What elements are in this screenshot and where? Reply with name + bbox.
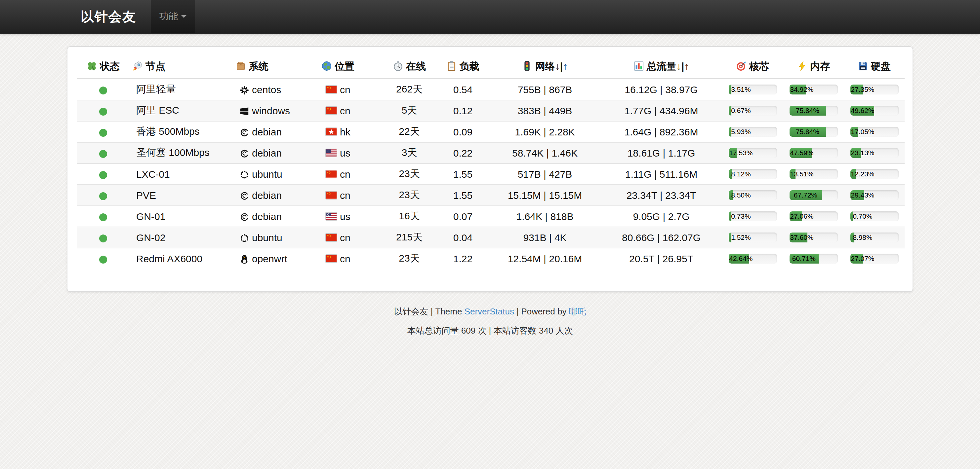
status-online-dot bbox=[99, 213, 107, 221]
uptime: 23天 bbox=[382, 184, 436, 206]
os-cell: ubuntu bbox=[233, 227, 319, 248]
uptime: 23天 bbox=[382, 248, 436, 269]
node-name: GN-01 bbox=[130, 206, 233, 227]
os-cell: ubuntu bbox=[233, 163, 319, 184]
node-name: 香港 500Mbps bbox=[130, 121, 233, 142]
globe-icon bbox=[321, 61, 332, 71]
debian-icon bbox=[239, 127, 249, 137]
node-name: GN-02 bbox=[130, 227, 233, 248]
node-name: LXC-01 bbox=[130, 163, 233, 184]
disk-percent-label: 17.05% bbox=[850, 127, 875, 136]
server-row[interactable]: GN-01debianus16天0.071.64K | 818B9.05G | … bbox=[77, 206, 905, 227]
network-speed: 1.69K | 2.28K bbox=[489, 121, 600, 142]
location-cell: cn bbox=[319, 227, 382, 248]
uptime: 16天 bbox=[382, 206, 436, 227]
ram-percent-label: 75.84% bbox=[789, 127, 826, 136]
disk-percent-label: 0.70% bbox=[850, 211, 875, 221]
status-online-dot bbox=[99, 192, 107, 200]
load: 0.07 bbox=[436, 206, 489, 227]
server-row[interactable]: PVEdebiancn23天1.5515.15M | 15.15M23.34T … bbox=[77, 184, 905, 206]
flag-cn-icon bbox=[325, 170, 337, 178]
server-row[interactable]: 圣何塞 100Mbpsdebianus3天0.2258.74K | 1.46K1… bbox=[77, 142, 905, 163]
uptime: 215天 bbox=[382, 227, 436, 248]
server-row[interactable]: Redmi AX6000openwrtcn23天1.2212.54M | 20.… bbox=[77, 248, 905, 269]
os-cell: centos bbox=[233, 78, 319, 100]
servers-table: 状态节点系统位置在线负载网络↓|↑总流量↓|↑核芯内存硬盘 阿里轻量centos… bbox=[77, 56, 905, 269]
node-name: 圣何塞 100Mbps bbox=[130, 142, 233, 163]
cpu-percent-label: 42.64% bbox=[729, 254, 754, 263]
flag-us-icon bbox=[325, 212, 337, 221]
location-cell: us bbox=[319, 142, 382, 163]
network-speed: 517B | 427B bbox=[489, 163, 600, 184]
location-code: cn bbox=[340, 168, 350, 179]
cpu-percent-label: 8.12% bbox=[729, 169, 754, 179]
ubuntu-icon bbox=[239, 233, 249, 243]
disk-progress-bar: 17.05% bbox=[850, 127, 898, 136]
node-name: 阿里 ESC bbox=[130, 100, 233, 121]
total-traffic: 1.64G | 892.36M bbox=[600, 121, 722, 142]
disk-percent-label: 49.62% bbox=[850, 105, 875, 115]
total-traffic: 1.11G | 511.16M bbox=[600, 163, 722, 184]
disk-progress-bar: 27.07% bbox=[850, 254, 898, 263]
ram-progress-bar: 75.84% bbox=[789, 105, 837, 115]
location-code: cn bbox=[340, 231, 350, 243]
disk-percent-label: 29.43% bbox=[850, 190, 875, 200]
ram-progress-bar: 27.06% bbox=[789, 211, 837, 221]
cpu-percent-label: 0.67% bbox=[729, 105, 754, 115]
location-code: hk bbox=[340, 126, 350, 137]
ram-progress-bar: 67.72% bbox=[789, 190, 837, 200]
disk-percent-label: 27.07% bbox=[850, 254, 875, 263]
cpu-progress-bar: 5.93% bbox=[729, 127, 777, 136]
server-row[interactable]: 阿里 ESCwindowscn5天0.12383B | 449B1.77G | … bbox=[77, 100, 905, 121]
footer-credits: 以针会友 | Theme ServerStatus | Powered by 哪… bbox=[0, 306, 980, 317]
server-row[interactable]: 阿里轻量centoscn262天0.54755B | 867B16.12G | … bbox=[77, 78, 905, 100]
clover-icon bbox=[87, 61, 97, 71]
server-row[interactable]: 香港 500Mbpsdebianhk22天0.091.69K | 2.28K1.… bbox=[77, 121, 905, 142]
location-code: cn bbox=[340, 105, 350, 116]
theme-link[interactable]: ServerStatus bbox=[465, 306, 514, 316]
disk-progress-bar: 8.98% bbox=[850, 232, 898, 242]
brand-title[interactable]: 以针会友 bbox=[81, 0, 136, 33]
os-name: debian bbox=[252, 147, 282, 158]
node-name: Redmi AX6000 bbox=[130, 248, 233, 269]
visit-stats: 本站总访问量 609 次 | 本站访客数 340 人次 bbox=[0, 325, 980, 337]
nav-menu-label: 功能 bbox=[159, 11, 178, 22]
os-name: debian bbox=[252, 189, 282, 200]
column-header-node: 节点 bbox=[130, 56, 233, 78]
os-cell: debian bbox=[233, 142, 319, 163]
powered-by-link[interactable]: 哪吒 bbox=[569, 306, 586, 316]
disk-progress-bar: 0.70% bbox=[850, 211, 898, 221]
server-row[interactable]: GN-02ubuntucn215天0.04931B | 4K80.66G | 1… bbox=[77, 227, 905, 248]
os-cell: debian bbox=[233, 121, 319, 142]
main-content: 状态节点系统位置在线负载网络↓|↑总流量↓|↑核芯内存硬盘 阿里轻量centos… bbox=[0, 46, 980, 337]
status-online-dot bbox=[99, 255, 107, 263]
status-online-dot bbox=[99, 234, 107, 242]
cpu-progress-bar: 17.53% bbox=[729, 147, 777, 158]
debian-icon bbox=[239, 212, 249, 222]
footer: 以针会友 | Theme ServerStatus | Powered by 哪… bbox=[0, 306, 980, 337]
disk-progress-bar: 49.62% bbox=[850, 105, 898, 115]
os-name: windows bbox=[252, 105, 290, 116]
caret-down-icon bbox=[181, 15, 186, 18]
flag-us-icon bbox=[325, 149, 337, 157]
navbar-container: 以针会友 功能 bbox=[0, 0, 195, 33]
os-name: ubuntu bbox=[252, 168, 282, 179]
uptime: 23天 bbox=[382, 163, 436, 184]
status-online-dot bbox=[99, 150, 107, 158]
load: 1.22 bbox=[436, 248, 489, 269]
ram-percent-label: 34.92% bbox=[789, 84, 815, 94]
server-row[interactable]: LXC-01ubuntucn23天1.55517B | 427B1.11G | … bbox=[77, 163, 905, 184]
flag-cn-icon bbox=[325, 85, 337, 94]
network-speed: 383B | 449B bbox=[489, 100, 600, 121]
nav-menu-features[interactable]: 功能 bbox=[151, 0, 195, 33]
cpu-percent-label: 5.93% bbox=[729, 127, 754, 136]
total-traffic: 16.12G | 38.97G bbox=[600, 78, 722, 100]
footer-site-name: 以针会友 bbox=[394, 306, 428, 316]
ram-percent-label: 75.84% bbox=[789, 105, 826, 115]
cpu-percent-label: 17.53% bbox=[729, 147, 754, 158]
os-cell: openwrt bbox=[233, 248, 319, 269]
cpu-percent-label: 0.73% bbox=[729, 211, 754, 221]
column-header-load: 负载 bbox=[436, 56, 489, 78]
cpu-percent-label: 3.51% bbox=[729, 84, 754, 94]
os-name: debian bbox=[252, 211, 282, 222]
